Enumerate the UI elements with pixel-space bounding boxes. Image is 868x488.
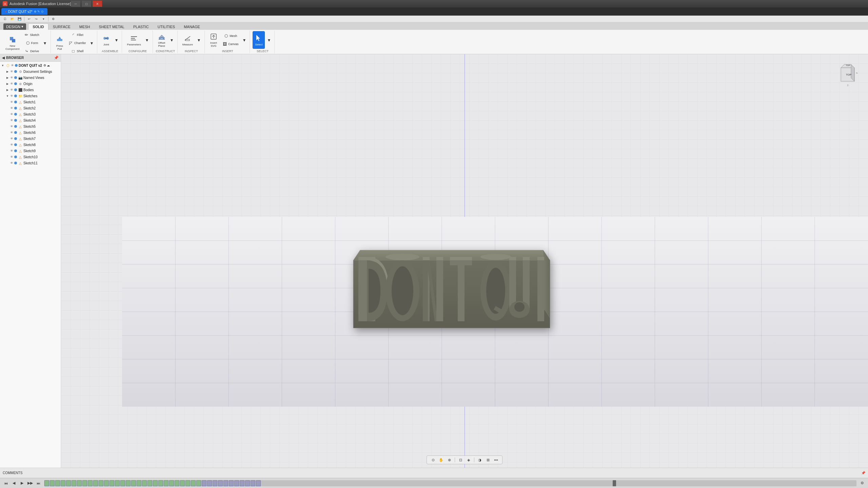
timeline-step[interactable]: [93, 480, 98, 486]
vis-sketch3[interactable]: 👁: [10, 113, 13, 116]
save-button[interactable]: 💾: [16, 16, 22, 22]
create-sketch-button[interactable]: ✏ Sketch: [22, 31, 41, 39]
derive-button[interactable]: ⤷ Derive: [22, 47, 41, 55]
vis-sketch7[interactable]: 👁: [10, 137, 13, 140]
vis-sketch8[interactable]: 👁: [10, 143, 13, 146]
more-modify-button[interactable]: ▾: [88, 34, 95, 52]
open-button[interactable]: 📂: [9, 16, 15, 22]
insert-svg-button[interactable]: InsertSVG: [208, 31, 220, 49]
tree-item-sketch2[interactable]: 👁 △ Sketch2: [0, 105, 61, 111]
visibility-root[interactable]: 👁: [11, 64, 14, 67]
tree-item-sketches[interactable]: ▼ 👁 📁 Sketches: [0, 93, 61, 99]
timeline-step[interactable]: [61, 480, 65, 486]
more-inspect-button[interactable]: ▾: [196, 31, 202, 49]
new-component-button[interactable]: NewComponent: [3, 34, 21, 52]
view-cube-svg[interactable]: TOP TOP Z Z-: [834, 61, 861, 88]
vis-sketch2[interactable]: 👁: [10, 106, 13, 110]
tl-step-back-button[interactable]: ⏮: [2, 480, 9, 487]
timeline-step[interactable]: [153, 480, 158, 486]
expand-icon[interactable]: ◀: [2, 56, 5, 60]
timeline-step[interactable]: [223, 480, 228, 486]
timeline-step[interactable]: [147, 480, 152, 486]
tree-item-named-views[interactable]: ▶ 👁 📷 Named Views: [0, 75, 61, 81]
timeline-step[interactable]: [131, 480, 136, 486]
timeline-step[interactable]: [256, 480, 261, 486]
redo-button[interactable]: ↪: [33, 16, 39, 22]
timeline-step[interactable]: [104, 480, 109, 486]
vis-sketch10[interactable]: 👁: [10, 155, 13, 159]
tree-item-sketch6[interactable]: 👁 △ Sketch6: [0, 129, 61, 136]
timeline-step[interactable]: [202, 480, 206, 486]
tl-settings-button[interactable]: ⚙: [859, 480, 866, 487]
create-form-button[interactable]: ⬡ Form: [22, 39, 41, 47]
press-pull-button[interactable]: PressPull: [54, 34, 66, 52]
visibility-sketches[interactable]: 👁: [10, 94, 13, 98]
more-insert-button[interactable]: ▾: [241, 31, 248, 49]
tree-item-root[interactable]: ▼ ⬡ 👁 DONT QUIT v2 ⚙ ☁: [0, 62, 61, 68]
offset-plane-button[interactable]: OffsetPlane: [156, 31, 168, 49]
tab-plastic[interactable]: PLASTIC: [129, 23, 153, 30]
measure-button[interactable]: Measure: [180, 31, 195, 49]
timeline-step[interactable]: [218, 480, 223, 486]
tree-item-origin[interactable]: ▶ 👁 ⊕ Origin: [0, 81, 61, 87]
shading-button[interactable]: ◑: [476, 457, 483, 463]
undo-button[interactable]: ↩: [26, 16, 32, 22]
grid-button[interactable]: ⊞: [485, 457, 491, 463]
timeline-step[interactable]: [185, 480, 190, 486]
tl-step-forward-button[interactable]: ⏭: [35, 480, 42, 487]
tree-item-sketch3[interactable]: 👁 △ Sketch3: [0, 111, 61, 117]
visibility-bodies[interactable]: 👁: [10, 88, 13, 92]
visibility-origin[interactable]: 👁: [10, 82, 13, 85]
timeline-step[interactable]: [115, 480, 120, 486]
tree-item-sketch10[interactable]: 👁 △ Sketch10: [0, 154, 61, 160]
tab-solid[interactable]: SOLID: [28, 23, 48, 30]
tree-item-sketch1[interactable]: 👁 △ Sketch1: [0, 99, 61, 105]
settings-button[interactable]: ⚙: [50, 16, 56, 22]
tree-item-doc-settings[interactable]: ▶ 👁 ⚙ Document Settings: [0, 68, 61, 75]
timeline-step[interactable]: [196, 480, 201, 486]
tree-item-sketch4[interactable]: 👁 △ Sketch4: [0, 117, 61, 123]
active-document-tab[interactable]: ● DONT QUIT v2* ⊕ ✎ ⊙: [1, 8, 47, 15]
view-cube[interactable]: TOP TOP Z Z-: [834, 61, 861, 88]
timeline-step[interactable]: [234, 480, 239, 486]
vis-sketch5[interactable]: 👁: [10, 125, 13, 128]
parameters-button[interactable]: Parameters: [125, 31, 143, 49]
timeline-step[interactable]: [240, 480, 244, 486]
more-view-button[interactable]: •••: [493, 457, 499, 463]
visibility-views[interactable]: 👁: [10, 76, 13, 79]
fit-button[interactable]: ⊡: [457, 457, 464, 463]
more-create-button[interactable]: ▾: [42, 34, 48, 52]
pan-button[interactable]: ✋: [438, 457, 445, 463]
timeline-step[interactable]: [180, 480, 185, 486]
tree-item-sketch9[interactable]: 👁 △ Sketch9: [0, 148, 61, 154]
timeline-step[interactable]: [66, 480, 71, 486]
shell-button[interactable]: □ Shell: [66, 47, 88, 55]
tl-play-button[interactable]: ▶: [18, 480, 26, 487]
more-assemble-button[interactable]: ▾: [113, 31, 120, 49]
tree-item-bodies[interactable]: ▶ 👁 ⬛ Bodies: [0, 87, 61, 93]
visibility-doc[interactable]: 👁: [10, 70, 13, 73]
undo-dropdown[interactable]: ▾: [40, 16, 46, 22]
timeline-step[interactable]: [50, 480, 55, 486]
insert-canvas-button[interactable]: 🖼 Canvas: [220, 40, 240, 48]
timeline-step[interactable]: [88, 480, 93, 486]
more-construct-button[interactable]: ▾: [169, 31, 175, 49]
vis-sketch1[interactable]: 👁: [10, 100, 13, 104]
fillet-button[interactable]: ◜ Fillet: [66, 31, 88, 39]
tl-next-button[interactable]: ▶▶: [26, 480, 34, 487]
vis-sketch4[interactable]: 👁: [10, 119, 13, 122]
tab-mesh[interactable]: MESH: [75, 23, 95, 30]
maximize-button[interactable]: □: [82, 1, 91, 7]
vis-sketch6[interactable]: 👁: [10, 131, 13, 134]
timeline-step[interactable]: [137, 480, 141, 486]
comments-pin-button[interactable]: 📌: [861, 471, 865, 475]
timeline-step[interactable]: [245, 480, 250, 486]
more-configure-button[interactable]: ▾: [144, 31, 151, 49]
timeline-step[interactable]: [44, 480, 49, 486]
insert-mesh-button[interactable]: ⬡ Mesh: [220, 32, 240, 40]
timeline-step[interactable]: [82, 480, 87, 486]
joint-button[interactable]: Joint: [100, 31, 112, 49]
settings-icon-root[interactable]: ⚙: [43, 64, 46, 67]
tab-manage[interactable]: MANAGE: [179, 23, 204, 30]
timeline-step[interactable]: [72, 480, 76, 486]
